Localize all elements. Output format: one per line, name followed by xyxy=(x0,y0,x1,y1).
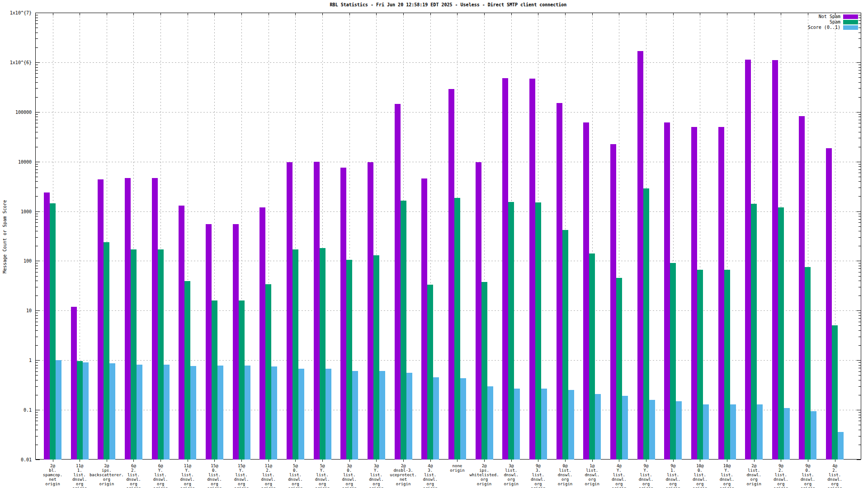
y-minor-tick-right xyxy=(859,164,861,164)
y-minor-tick-left xyxy=(36,345,38,346)
y-minor-tick-left xyxy=(36,177,38,177)
y-minor-tick-left xyxy=(36,114,38,115)
y-minor-tick-right xyxy=(859,315,861,316)
y-minor-tick-right xyxy=(859,138,861,138)
x-tick-bottom xyxy=(457,460,458,462)
y-minor-tick-left xyxy=(36,28,38,28)
x-tick-top xyxy=(673,13,674,15)
x-tick-bottom xyxy=(835,460,835,462)
y-minor-tick-left xyxy=(36,67,38,68)
y-major-tick-right xyxy=(857,62,861,63)
bar-spam xyxy=(158,249,164,460)
y-minor-tick-left xyxy=(36,216,38,216)
x-tick-bottom xyxy=(214,460,215,462)
y-minor-tick-right xyxy=(859,166,861,167)
x-tick-bottom xyxy=(349,460,350,462)
bar-spam xyxy=(589,253,595,460)
y-major-tick-right xyxy=(857,460,861,460)
gridline-y xyxy=(36,62,861,63)
y-minor-tick-right xyxy=(859,436,861,436)
bar-not-spam xyxy=(476,162,481,460)
legend: Not Spam Spam Score (0..1) xyxy=(808,14,858,30)
x-tick-bottom xyxy=(700,460,700,462)
y-minor-tick-right xyxy=(859,246,861,246)
y-minor-tick-right xyxy=(859,38,861,39)
x-tick-top xyxy=(619,13,619,15)
bar-score xyxy=(649,400,655,460)
y-minor-tick-left xyxy=(36,322,38,322)
bar-not-spam xyxy=(152,178,158,460)
y-minor-tick-left xyxy=(36,315,38,316)
y-minor-tick-right xyxy=(859,188,861,188)
y-minor-tick-left xyxy=(36,281,38,281)
y-minor-tick-right xyxy=(859,421,861,421)
y-major-tick-left xyxy=(36,62,40,63)
bar-spam xyxy=(481,282,487,460)
legend-swatch-score xyxy=(843,25,858,30)
x-tick-bottom xyxy=(592,460,593,462)
y-minor-tick-right xyxy=(859,70,861,70)
x-tick-top xyxy=(538,13,538,15)
x-tick-top xyxy=(107,13,107,15)
bar-not-spam xyxy=(98,179,104,460)
bar-not-spam xyxy=(772,60,778,460)
x-tick-top xyxy=(376,13,377,15)
y-minor-tick-right xyxy=(859,97,861,98)
y-minor-tick-left xyxy=(36,70,38,70)
y-minor-tick-left xyxy=(36,445,38,445)
y-minor-tick-right xyxy=(859,177,861,177)
y-minor-tick-left xyxy=(36,73,38,74)
y-minor-tick-right xyxy=(859,73,861,74)
y-minor-tick-right xyxy=(859,216,861,216)
y-minor-tick-right xyxy=(859,120,861,120)
y-minor-tick-right xyxy=(859,418,861,418)
bar-score xyxy=(811,411,816,460)
bar-not-spam xyxy=(179,206,184,460)
bar-score xyxy=(271,366,277,460)
y-minor-tick-right xyxy=(859,266,861,266)
y-minor-tick-left xyxy=(36,436,38,436)
y-minor-tick-left xyxy=(36,313,38,313)
y-minor-tick-left xyxy=(36,266,38,266)
y-minor-tick-left xyxy=(36,296,38,296)
y-minor-tick-right xyxy=(859,222,861,223)
y-minor-tick-right xyxy=(859,114,861,115)
bar-spam xyxy=(643,188,649,460)
legend-label-spam: Spam xyxy=(830,19,840,25)
y-minor-tick-right xyxy=(859,313,861,313)
x-tick-label: 4@ 2. list. dnswl. org origin xyxy=(815,464,855,488)
y-tick-label: 100 xyxy=(0,258,32,263)
bar-score xyxy=(379,371,385,460)
x-tick-top xyxy=(484,13,485,15)
bar-not-spam xyxy=(664,122,670,460)
bar-spam xyxy=(212,300,217,460)
y-minor-tick-right xyxy=(859,18,861,18)
y-tick-label: 1x10^{7} xyxy=(0,10,32,15)
y-minor-tick-left xyxy=(36,237,38,238)
y-minor-tick-left xyxy=(36,77,38,78)
bar-score xyxy=(245,366,250,460)
x-tick-bottom xyxy=(107,460,107,462)
y-minor-tick-left xyxy=(36,263,38,263)
x-tick-top xyxy=(214,13,215,15)
y-minor-tick-right xyxy=(859,123,861,123)
x-tick-bottom xyxy=(754,460,755,462)
legend-swatch-spam xyxy=(843,20,858,24)
y-major-tick-right xyxy=(857,162,861,162)
y-minor-tick-left xyxy=(36,386,38,387)
x-tick-top xyxy=(188,13,188,15)
y-major-tick-right xyxy=(857,13,861,13)
bar-not-spam xyxy=(287,162,292,460)
y-minor-tick-right xyxy=(859,362,861,363)
y-minor-tick-left xyxy=(36,15,38,15)
y-minor-tick-right xyxy=(859,371,861,372)
x-tick-top xyxy=(781,13,781,15)
bar-not-spam xyxy=(71,307,77,460)
bar-spam xyxy=(131,249,137,460)
y-major-tick-left xyxy=(36,460,40,460)
y-minor-tick-right xyxy=(859,365,861,366)
y-minor-tick-right xyxy=(859,196,861,197)
y-minor-tick-left xyxy=(36,325,38,326)
x-tick-top xyxy=(295,13,296,15)
x-tick-bottom xyxy=(133,460,134,462)
